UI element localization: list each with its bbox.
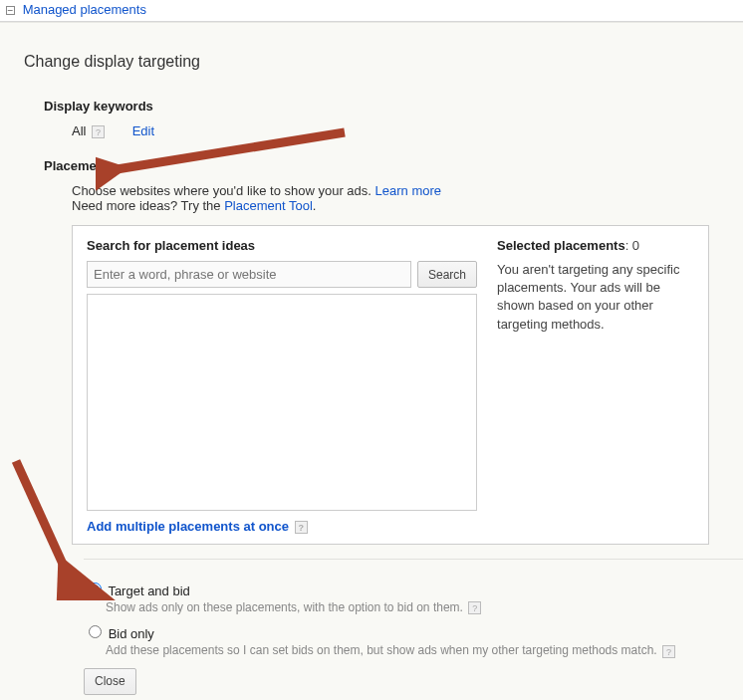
selected-column: Selected placements: 0 You aren't target… <box>497 238 694 534</box>
placement-search-card: Search for placement ideas Search Add mu… <box>72 225 709 545</box>
target-and-bid-radio[interactable] <box>89 583 102 595</box>
selected-heading-label: Selected placements <box>497 238 625 253</box>
panel: Change display targeting Display keyword… <box>0 22 743 700</box>
add-multiple-row: Add multiple placements at once ? <box>87 519 477 534</box>
display-keywords-row: All ? Edit <box>72 123 743 138</box>
add-multiple-link[interactable]: Add multiple placements at once <box>87 519 289 534</box>
help-icon[interactable]: ? <box>295 521 308 534</box>
placement-tool-link[interactable]: Placement Tool <box>224 198 313 213</box>
keywords-all-label: All <box>72 123 86 138</box>
help-icon[interactable]: ? <box>92 125 105 138</box>
divider <box>84 559 743 560</box>
svg-line-1 <box>16 461 66 571</box>
selected-count: : 0 <box>625 238 639 253</box>
close-button[interactable]: Close <box>84 668 136 695</box>
placements-desc-text-1: Choose websites where you'd like to show… <box>72 183 375 198</box>
help-icon[interactable]: ? <box>662 645 675 658</box>
learn-more-link[interactable]: Learn more <box>375 183 441 198</box>
placements-title: Placements <box>44 158 743 173</box>
edit-keywords-link[interactable]: Edit <box>132 123 154 138</box>
page-title: Change display targeting <box>24 53 743 71</box>
breadcrumb-bar: − Managed placements <box>0 0 743 22</box>
selected-heading: Selected placements: 0 <box>497 238 694 253</box>
bid-only-desc: Add these placements so I can set bids o… <box>106 643 657 657</box>
placements-period: . <box>313 198 317 213</box>
search-results-box <box>87 294 477 511</box>
bid-only-radio[interactable] <box>89 625 102 638</box>
display-keywords-title: Display keywords <box>44 99 743 114</box>
option-target-and-bid[interactable]: Target and bid <box>84 583 190 598</box>
bid-only-label: Bid only <box>109 626 154 641</box>
help-icon[interactable]: ? <box>468 601 481 614</box>
target-and-bid-label: Target and bid <box>108 583 189 598</box>
managed-placements-link[interactable]: Managed placements <box>23 2 146 17</box>
search-heading: Search for placement ideas <box>87 238 477 253</box>
search-input[interactable] <box>87 261 411 288</box>
selected-description: You aren't targeting any specific placem… <box>497 261 694 334</box>
search-button[interactable]: Search <box>417 261 477 288</box>
option-bid-only[interactable]: Bid only <box>84 626 154 641</box>
target-and-bid-desc: Show ads only on these placements, with … <box>106 600 463 614</box>
collapse-icon[interactable]: − <box>6 6 15 15</box>
search-left-column: Search for placement ideas Search Add mu… <box>87 238 477 534</box>
targeting-options: Target and bid Show ads only on these pl… <box>84 580 743 658</box>
placements-description: Choose websites where you'd like to show… <box>72 183 743 213</box>
placements-desc-text-2: Need more ideas? Try the <box>72 198 224 213</box>
